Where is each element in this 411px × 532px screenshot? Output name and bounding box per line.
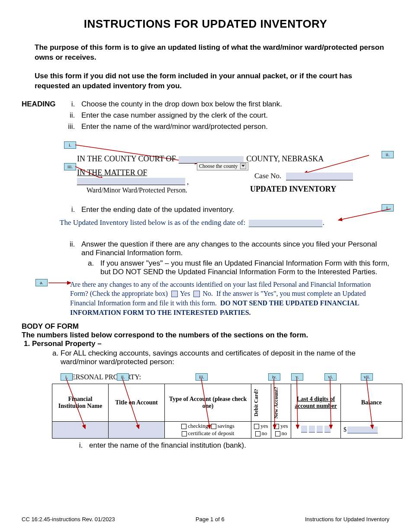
th-last4: Last 4 digits of account number [291, 384, 341, 422]
callout-table-vi: vi. [324, 373, 337, 381]
case-no-label: Case No. [254, 172, 281, 180]
th-financial-institution: Financial Institution Name [52, 384, 109, 422]
callout-i: i. [64, 141, 76, 149]
callout-table-iv: iv. [268, 373, 280, 381]
cell-last4[interactable] [291, 421, 341, 438]
chevron-down-icon[interactable] [240, 163, 246, 169]
body-subheading: The numbers listed below correspond to t… [22, 331, 389, 340]
personal-property-title: 1. PERSONAL PROPERTY: [61, 373, 402, 381]
updated-inventory-heading: UPDATED INVENTORY [250, 185, 336, 194]
mid-step-i: Enter the ending date of the updated inv… [77, 205, 389, 214]
callout-table-i: i. [61, 373, 73, 381]
callout-table-iii: iii. [196, 373, 208, 381]
page-title: INSTRUCTIONS FOR UPDATED INVENTORY [22, 17, 389, 31]
callout-ii: ii. [382, 151, 394, 158]
ending-date-blank[interactable] [249, 220, 322, 227]
county-line-prefix: IN THE COUNTY COURT OF [77, 154, 176, 163]
body-section-1a: For ALL checking accounts, savings accou… [61, 349, 389, 366]
mid-step-ii-a: If you answer "yes" – you must file an U… [96, 259, 389, 276]
heading-label: HEADING [22, 100, 60, 134]
callout-a: a. [35, 279, 48, 286]
table-instruction-i: enter the name of the financial institut… [85, 441, 402, 450]
ending-date-text: The Updated Inventory listed below is as… [60, 218, 245, 227]
th-new-account: New Account? [273, 385, 279, 420]
cell-type-of-account[interactable]: checking savings certificate of deposit [165, 421, 251, 438]
form-heading-illustration: i. iii. ii. IN THE COUNTY COURT OF COUNT… [60, 141, 389, 192]
callout-i-ending: i. [382, 204, 394, 212]
footer-center: Page 1 of 6 [196, 516, 225, 522]
personal-property-table: Financial Institution Name Title on Acco… [52, 384, 402, 438]
heading-step-iii: Enter the name of the ward/minor ward/pr… [77, 122, 282, 131]
county-dropdown-label: Choose the county [199, 163, 238, 170]
th-title-on-account: Title on Account [109, 384, 165, 422]
cell-financial-institution[interactable] [52, 421, 109, 438]
th-debit-card: Debit Card? [253, 387, 260, 418]
cell-balance[interactable]: $ [341, 421, 402, 438]
changes-no-checkbox[interactable] [193, 291, 200, 297]
intro-usage: Use this form if you did not use the for… [35, 71, 385, 91]
callout-table-ii: ii. [117, 373, 129, 381]
intro-purpose: The purpose of this form is to give an u… [35, 43, 385, 63]
cell-debit-card[interactable]: yes no [251, 421, 271, 438]
body-section-1: Personal Property – [32, 340, 389, 348]
th-balance: Balance [341, 384, 402, 422]
footer-left: CC 16:2.45-instructions Rev. 01/2023 [22, 516, 115, 522]
cell-new-account[interactable]: yes no [271, 421, 291, 438]
changes-yes-checkbox[interactable] [171, 291, 178, 297]
footer-right: Instructions for Updated Inventory [305, 516, 389, 522]
county-dropdown[interactable]: Choose the county [197, 162, 248, 170]
county-line-suffix: COUNTY, NEBRASKA [247, 154, 324, 163]
ward-caption: Ward/Minor Ward/Protected Person. [87, 186, 187, 194]
heading-step-ii: Enter the case number assigned by the cl… [77, 111, 282, 120]
matter-line: IN THE MATTER OF [77, 168, 147, 177]
body-heading: BODY OF FORM [22, 322, 389, 331]
callout-iii: iii. [64, 163, 76, 170]
changes-no-label: No. [202, 290, 213, 297]
case-no-blank[interactable] [286, 173, 353, 180]
changes-yes-label: Yes [180, 290, 190, 297]
ward-name-blank[interactable] [77, 178, 185, 185]
callout-table-v: v. [291, 373, 303, 381]
mid-step-ii: Answer the question if there are any cha… [77, 240, 389, 276]
heading-step-i: Choose the county in the drop down box b… [77, 100, 282, 109]
callout-table-vii: vii. [361, 373, 373, 381]
th-type-of-account: Type of Account (please check one) [165, 384, 251, 422]
cell-title-on-account[interactable] [109, 421, 165, 438]
